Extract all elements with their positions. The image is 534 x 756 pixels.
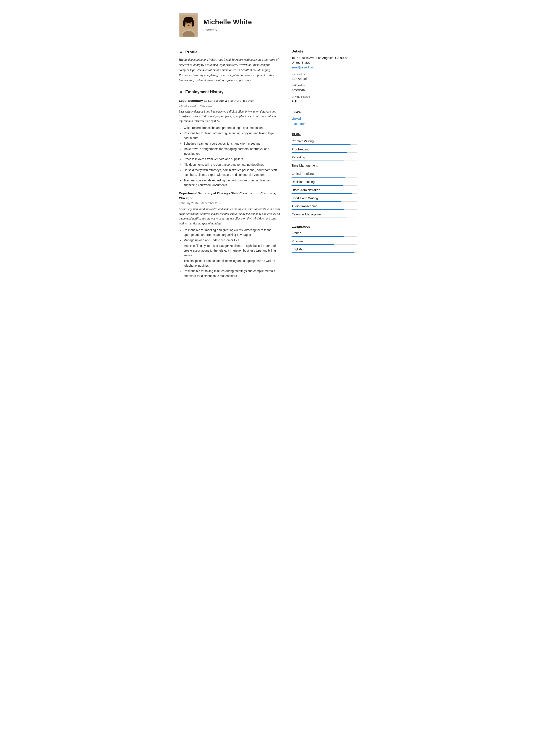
job-title-1: Legal Secretary at Sanderson & Partners,…	[179, 98, 281, 103]
driving-license-label: Driving license	[292, 95, 357, 99]
skill-item-audio: Audio Transcribing	[292, 204, 357, 210]
skill-bar-bg	[292, 193, 357, 194]
skill-bar-fill	[292, 145, 351, 145]
candidate-title: Secretary	[203, 28, 252, 33]
lang-name: French	[292, 231, 357, 236]
driving-license-value: Full	[292, 99, 357, 104]
lang-bar-bg	[292, 253, 357, 253]
lang-bar-fill	[292, 236, 344, 237]
skill-bar-fill	[292, 201, 341, 202]
skill-name: Audio Transcribing	[292, 204, 357, 209]
job-title-2: Department Secretary at Chicago State Co…	[179, 191, 281, 201]
lang-bar-bg	[292, 236, 357, 237]
skill-name: Proofreading	[292, 147, 357, 152]
svg-point-6	[191, 20, 194, 27]
skill-bar-fill	[292, 185, 343, 186]
skill-item-critical-thinking: Critical Thinking	[292, 172, 357, 177]
skill-bar-fill	[292, 209, 344, 210]
skill-item-calendar: Calendar Management	[292, 212, 357, 218]
skill-name: Short Hand Writing	[292, 196, 357, 201]
profile-text: Highly dependable and industrious Legal …	[179, 57, 281, 83]
skill-item-shorthand: Short Hand Writing	[292, 196, 357, 202]
list-item: Responsible for filing, organizing, scan…	[184, 131, 281, 141]
job-bullets-1: Write, record, transcribe and proofread …	[179, 125, 281, 188]
list-item: File documents with the court according …	[184, 162, 281, 167]
links-heading: Links	[292, 110, 357, 115]
svg-point-9	[188, 24, 189, 25]
header-info: Michelle White Secretary	[203, 17, 252, 33]
languages-heading: Languages	[292, 224, 357, 229]
employment-heading: ● Employment History	[179, 89, 281, 95]
link-linkedin[interactable]: Linkedin	[292, 117, 357, 121]
job-summary-1: Successfully designed and implemented a …	[179, 109, 281, 124]
skill-bar-bg	[292, 201, 357, 202]
header: Michelle White Secretary	[170, 9, 364, 43]
job-dates-2: February 2016 – December 2017	[179, 201, 281, 205]
list-item: Train new paralegals regarding the proto…	[184, 178, 281, 188]
skill-bar-fill	[292, 218, 347, 218]
skill-item-proofreading: Proofreading	[292, 147, 357, 153]
svg-point-7	[187, 23, 188, 24]
profile-icon: ●	[179, 50, 183, 54]
list-item: Manage upload and update customer files	[184, 238, 281, 243]
employment-icon: ●	[179, 90, 183, 94]
details-heading: Details	[292, 49, 357, 54]
main-column: ● Profile Highly dependable and industri…	[170, 43, 287, 287]
list-item: Responsible for meeting and greeting cli…	[184, 228, 281, 237]
place-of-birth-label: Place of birth	[292, 72, 357, 76]
skill-bar-bg	[292, 145, 357, 145]
skill-bar-fill	[292, 152, 347, 153]
lang-item-russian: Russian	[292, 239, 357, 245]
lang-name: English	[292, 247, 357, 252]
job-summary-2: Accurately monitored, uploaded and updat…	[179, 207, 281, 226]
skill-name: Critical Thinking	[292, 172, 357, 176]
candidate-name: Michelle White	[203, 17, 252, 27]
list-item: Maintain filing system and categorize cl…	[184, 243, 281, 258]
lang-bar-bg	[292, 244, 357, 245]
skill-bar-bg	[292, 209, 357, 210]
list-item: Write, record, transcribe and proofread …	[184, 125, 281, 130]
place-of-birth-value: San Antonio	[292, 77, 357, 81]
skill-bar-fill	[292, 161, 344, 161]
lang-item-english: English	[292, 247, 357, 253]
skill-name: Creative Writing	[292, 139, 357, 144]
skill-bar-fill	[292, 193, 352, 194]
skill-bar-bg	[292, 152, 357, 153]
list-item: Responsible for taking minutes during me…	[184, 269, 281, 278]
skill-bar-fill	[292, 169, 349, 169]
skill-bar-bg	[292, 169, 357, 169]
list-item: Liaise directly with attorneys, administ…	[184, 168, 281, 177]
detail-email[interactable]: email@email.com	[292, 66, 316, 69]
link-facebook[interactable]: Facebook	[292, 122, 357, 126]
skills-heading: Skills	[292, 132, 357, 137]
avatar	[179, 13, 198, 37]
skill-bar-bg	[292, 161, 357, 161]
list-item: Process invoices from vendors and suppli…	[184, 157, 281, 161]
job-entry-2: Department Secretary at Chicago State Co…	[179, 191, 281, 278]
skill-bar-bg	[292, 177, 357, 177]
skill-bar-fill	[292, 177, 345, 177]
nationality-value: American	[292, 88, 357, 93]
lang-item-french: French	[292, 231, 357, 237]
skill-item-office-admin: Office Administration	[292, 188, 357, 194]
body-columns: ● Profile Highly dependable and industri…	[170, 43, 364, 287]
list-item: Schedule hearings, court depositions, an…	[184, 141, 281, 146]
lang-bar-fill	[292, 253, 354, 253]
job-entry-1: Legal Secretary at Sanderson & Partners,…	[179, 98, 281, 187]
skill-bar-bg	[292, 218, 357, 218]
skill-name: Calendar Management	[292, 212, 357, 217]
skill-name: Reporting	[292, 155, 357, 160]
skill-item-reporting: Reporting	[292, 155, 357, 161]
nationality-label: Nationality	[292, 83, 357, 88]
skill-item-creative-writing: Creative Writing	[292, 139, 357, 145]
list-item: The first point of contact for all incom…	[184, 258, 281, 268]
skill-name: Decision-making	[292, 180, 357, 184]
resume-wrapper: Michelle White Secretary ● Profile Highl…	[170, 0, 364, 296]
skill-bar-bg	[292, 185, 357, 186]
job-dates-1: January 2018 – May 2019	[179, 103, 281, 108]
side-column: Details 1515 Pacific Ave, Los Angeles, C…	[287, 43, 364, 287]
lang-bar-fill	[292, 244, 334, 245]
detail-address: 1515 Pacific Ave, Los Angeles, CA 90291,…	[292, 56, 357, 65]
job-bullets-2: Responsible for meeting and greeting cli…	[179, 228, 281, 278]
lang-name: Russian	[292, 239, 357, 244]
